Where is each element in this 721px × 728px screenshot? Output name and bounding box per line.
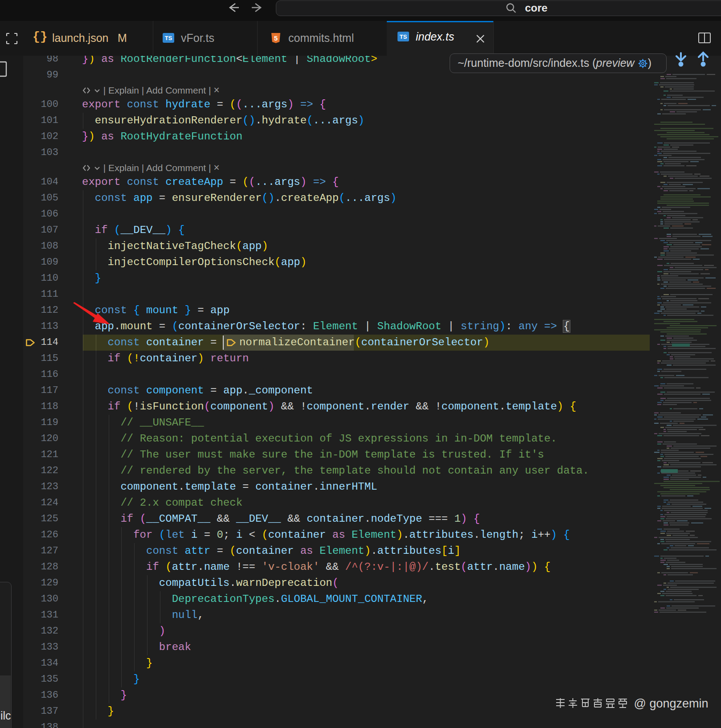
- svg-text:5: 5: [274, 34, 278, 42]
